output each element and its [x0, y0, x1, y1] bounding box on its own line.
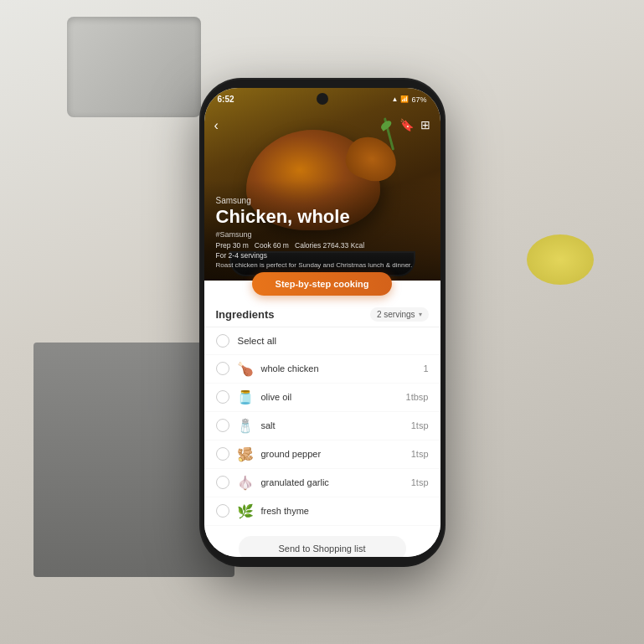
ingredient-icon: 🧄	[236, 475, 255, 491]
phone-screen: 6:52 ▲ 📶 67% ‹ 🔖 ⊞	[204, 88, 440, 557]
ingredient-amount: 1tsp	[411, 449, 429, 459]
ingredient-amount: 1tbsp	[406, 392, 429, 402]
lemon-decoration	[527, 234, 594, 285]
ingredient-name: fresh thyme	[261, 506, 422, 516]
select-all-row: Select all	[204, 327, 440, 355]
ingredient-icon: 🧂	[236, 418, 255, 434]
ingredient-icon: 🍗	[236, 361, 255, 377]
ingredient-checkbox[interactable]	[216, 390, 229, 404]
recipe-title: Chicken, whole	[216, 207, 429, 227]
ingredient-row: 🫙olive oil1tbsp	[204, 384, 440, 412]
ingredients-title: Ingredients	[216, 308, 275, 321]
phone-frame: 6:52 ▲ 📶 67% ‹ 🔖 ⊞	[201, 80, 444, 565]
ingredient-row: 🫚ground pepper1tsp	[204, 440, 440, 469]
ingredient-name: salt	[261, 420, 404, 430]
calories: Calories 2764.33 Kcal	[295, 241, 364, 250]
chevron-down-icon: ▾	[419, 311, 422, 318]
ingredient-icon: 🫚	[236, 446, 255, 462]
recipe-meta: Prep 30 m Cook 60 m Calories 2764.33 Kca…	[216, 241, 429, 250]
servings-selector[interactable]: 2 servings ▾	[370, 307, 429, 322]
recipe-info-overlay: Samsung Chicken, whole #Samsung Prep 30 …	[216, 196, 429, 270]
ingredients-list: 🍗whole chicken1🫙olive oil1tbsp🧂salt1tsp🫚…	[204, 355, 440, 526]
ingredient-checkbox[interactable]	[216, 504, 229, 518]
ingredient-row: 🧄granulated garlic1tsp	[204, 469, 440, 497]
ingredient-icon: 🌿	[236, 503, 255, 519]
camera-notch	[317, 93, 328, 105]
servings-note: For 2-4 servings	[216, 251, 429, 260]
ingredient-name: whole chicken	[261, 363, 417, 374]
step-by-step-button[interactable]: Step-by-step cooking	[252, 272, 393, 296]
ingredient-amount: 1tsp	[411, 420, 429, 430]
recipe-brand: Samsung	[216, 196, 429, 205]
ingredients-section: Ingredients 2 servings ▾ Select all 🍗who…	[204, 299, 440, 557]
ingredient-checkbox[interactable]	[216, 476, 229, 489]
back-button[interactable]: ‹	[214, 118, 219, 133]
shopping-btn-container: Send to Shopping list	[204, 526, 440, 557]
ingredient-icon: 🫙	[236, 389, 255, 405]
ingredient-row: 🧂salt1tsp	[204, 412, 440, 440]
cook-time: Cook 60 m	[255, 241, 289, 250]
ingredient-name: granulated garlic	[261, 477, 404, 487]
select-all-label: Select all	[238, 336, 277, 346]
step-button-container: Step-by-step cooking	[204, 272, 440, 296]
ingredient-checkbox[interactable]	[216, 419, 229, 432]
nav-right-icons: 🔖 ⊞	[399, 118, 430, 131]
send-to-shopping-button[interactable]: Send to Shopping list	[239, 536, 406, 557]
ingredient-name: ground pepper	[261, 449, 404, 459]
recipe-tag: #Samsung	[216, 230, 429, 239]
wifi-icon: 📶	[400, 95, 409, 103]
prep-time: Prep 30 m	[216, 241, 249, 250]
status-bar: 6:52 ▲ 📶 67%	[204, 88, 440, 111]
ingredient-row: 🌿fresh thyme	[204, 497, 440, 526]
servings-value: 2 servings	[377, 310, 415, 319]
ingredient-checkbox[interactable]	[216, 447, 229, 461]
ingredient-checkbox[interactable]	[216, 362, 229, 375]
select-all-checkbox[interactable]	[216, 334, 229, 348]
ingredient-name: olive oil	[261, 392, 399, 402]
bookmark-icon[interactable]: 🔖	[399, 118, 414, 131]
status-icons: ▲ 📶 67%	[392, 95, 427, 104]
recipe-image: ‹ 🔖 ⊞ Samsung Chicken, whole #Samsung Pr…	[204, 88, 440, 281]
ingredient-amount: 1	[423, 363, 428, 374]
signal-icon: ▲	[392, 95, 399, 103]
battery-level: 67%	[411, 95, 426, 104]
ingredient-row: 🍗whole chicken1	[204, 355, 440, 384]
share-icon[interactable]: ⊞	[420, 118, 430, 131]
ingredients-header: Ingredients 2 servings ▾	[204, 299, 440, 327]
status-time: 6:52	[218, 95, 234, 104]
ingredient-amount: 1tsp	[411, 477, 429, 487]
recipe-description: Roast chicken is perfect for Sunday and …	[216, 261, 429, 270]
